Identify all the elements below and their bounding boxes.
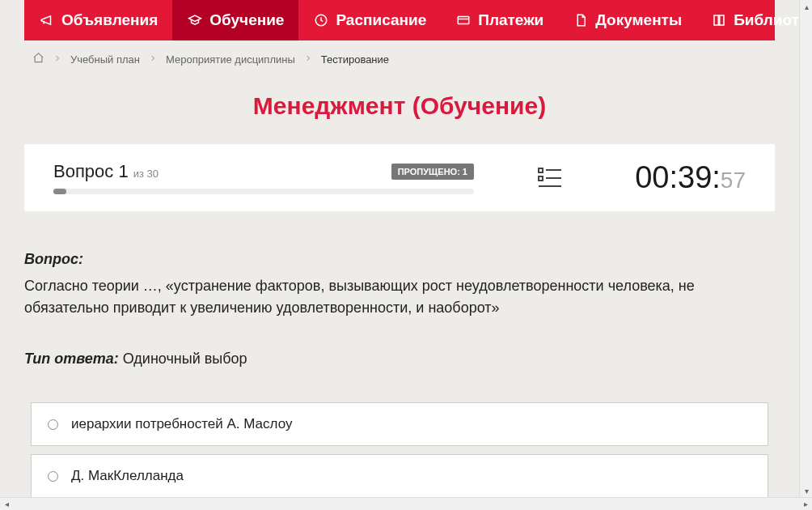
card-icon: [455, 12, 472, 28]
question-heading: Вопрос:: [24, 249, 775, 270]
nav-label: Объявления: [61, 11, 158, 29]
scroll-track[interactable]: [800, 13, 812, 484]
scroll-right-arrow[interactable]: ▸: [799, 498, 812, 511]
breadcrumb-link[interactable]: Мероприятие дисциплины: [166, 53, 295, 66]
top-nav: Объявления Обучение Расписание Платежи Д…: [24, 0, 775, 40]
skipped-badge: ПРОПУЩЕНО: 1: [391, 164, 474, 180]
question-body: Вопрос: Согласно теории …, «устранение ф…: [24, 249, 775, 370]
nav-item-documents[interactable]: Документы: [558, 0, 696, 40]
breadcrumb: Учебный план Мероприятие дисциплины Тест…: [24, 40, 775, 78]
answer-option[interactable]: иерархии потребностей А. Маслоу: [31, 402, 768, 446]
nav-item-announcements[interactable]: Объявления: [24, 0, 172, 40]
status-bar: Вопрос 1 из 30 ПРОПУЩЕНО: 1 00:39:57: [24, 144, 775, 211]
svg-rect-1: [458, 17, 469, 24]
scroll-track[interactable]: [13, 498, 799, 510]
nav-label: Документы: [595, 11, 682, 29]
nav-item-payments[interactable]: Платежи: [441, 0, 558, 40]
nav-item-library[interactable]: Библиотека: [696, 0, 799, 40]
chevron-right-icon: [53, 53, 62, 66]
chevron-right-icon: [303, 53, 313, 66]
scroll-left-arrow[interactable]: ◂: [0, 498, 13, 511]
question-of: из 30: [133, 168, 159, 180]
clock-icon: [313, 12, 329, 28]
nav-label: Расписание: [336, 11, 426, 29]
megaphone-icon: [39, 12, 55, 28]
scroll-up-arrow[interactable]: ▴: [800, 0, 812, 13]
timer-seconds: 57: [721, 168, 746, 193]
radio-icon[interactable]: [48, 471, 58, 482]
nav-label: Платежи: [478, 11, 543, 29]
nav-label: Обучение: [209, 11, 284, 29]
breadcrumb-link[interactable]: Учебный план: [70, 53, 140, 66]
timer-main: 00:39:: [635, 160, 721, 195]
nav-label: Библиотека: [734, 11, 799, 29]
progress-fill: [53, 189, 66, 194]
answer-option[interactable]: Д. МакКлелланда: [31, 454, 768, 497]
breadcrumb-current: Тестирование: [321, 53, 389, 66]
home-icon[interactable]: [32, 52, 44, 66]
answer-text: иерархии потребностей А. Маслоу: [71, 416, 292, 432]
answer-type-label: Тип ответа:: [24, 351, 119, 367]
graduation-icon: [187, 12, 203, 28]
scroll-down-arrow[interactable]: ▾: [800, 484, 812, 497]
vertical-scrollbar[interactable]: ▴ ▾: [799, 0, 812, 497]
answer-text: Д. МакКлелланда: [71, 468, 184, 484]
nav-item-schedule[interactable]: Расписание: [298, 0, 441, 40]
answer-type-value: Одиночный выбор: [123, 351, 247, 367]
answer-list: иерархии потребностей А. Маслоу Д. МакКл…: [24, 402, 775, 497]
nav-item-learning[interactable]: Обучение: [172, 0, 298, 40]
question-text: Согласно теории …, «устранение факторов,…: [24, 275, 775, 319]
question-list-icon[interactable]: [537, 165, 563, 191]
document-icon: [573, 12, 589, 28]
progress-bar: [53, 189, 474, 194]
svg-rect-4: [539, 176, 543, 181]
horizontal-scrollbar[interactable]: ◂ ▸: [0, 497, 812, 510]
timer: 00:39:57: [635, 160, 746, 195]
radio-icon[interactable]: [48, 419, 58, 430]
page-title: Менеджмент (Обучение): [24, 92, 775, 120]
svg-rect-2: [539, 168, 543, 172]
chevron-right-icon: [148, 53, 158, 66]
question-number: Вопрос 1: [53, 161, 129, 182]
book-icon: [711, 12, 727, 28]
